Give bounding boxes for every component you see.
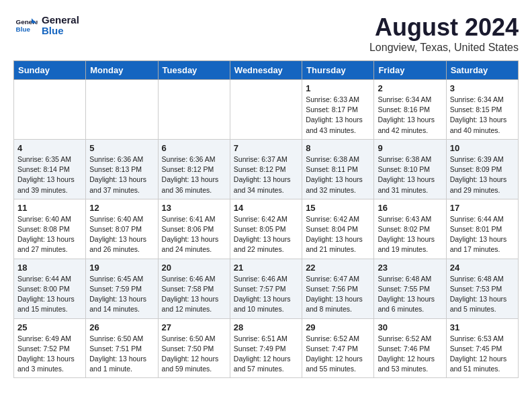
day-number: 5	[89, 143, 154, 153]
day-number: 16	[378, 203, 442, 213]
week-row-1: 1Sunrise: 6:33 AM Sunset: 8:17 PM Daylig…	[14, 80, 519, 140]
day-info: Sunrise: 6:52 AM Sunset: 7:46 PM Dayligh…	[378, 334, 435, 373]
day-cell: 1Sunrise: 6:33 AM Sunset: 8:17 PM Daylig…	[302, 80, 374, 140]
day-number: 19	[89, 263, 154, 273]
day-number: 20	[162, 263, 226, 273]
day-number: 11	[17, 203, 82, 213]
day-cell: 2Sunrise: 6:34 AM Sunset: 8:16 PM Daylig…	[374, 80, 446, 140]
day-number: 29	[306, 322, 370, 332]
day-number: 24	[450, 263, 515, 273]
day-cell: 6Sunrise: 6:36 AM Sunset: 8:12 PM Daylig…	[158, 139, 230, 199]
day-cell: 4Sunrise: 6:35 AM Sunset: 8:14 PM Daylig…	[14, 139, 86, 199]
day-info: Sunrise: 6:48 AM Sunset: 7:53 PM Dayligh…	[450, 275, 507, 314]
page-header: General Blue General Blue August 2024 Lo…	[13, 13, 519, 54]
logo-icon: General Blue	[13, 13, 38, 38]
day-cell: 14Sunrise: 6:42 AM Sunset: 8:05 PM Dayli…	[230, 199, 302, 259]
day-cell: 10Sunrise: 6:39 AM Sunset: 8:09 PM Dayli…	[446, 139, 518, 199]
day-info: Sunrise: 6:41 AM Sunset: 8:06 PM Dayligh…	[162, 215, 219, 254]
day-number: 6	[162, 143, 226, 153]
day-cell	[230, 80, 302, 140]
day-number: 2	[378, 83, 442, 93]
day-cell: 5Sunrise: 6:36 AM Sunset: 8:13 PM Daylig…	[86, 139, 158, 199]
day-cell: 18Sunrise: 6:44 AM Sunset: 8:00 PM Dayli…	[14, 259, 86, 318]
day-info: Sunrise: 6:42 AM Sunset: 8:04 PM Dayligh…	[306, 215, 363, 254]
week-row-2: 4Sunrise: 6:35 AM Sunset: 8:14 PM Daylig…	[14, 139, 519, 199]
day-info: Sunrise: 6:46 AM Sunset: 7:57 PM Dayligh…	[234, 275, 291, 314]
subtitle: Longview, Texas, United States	[369, 42, 519, 54]
day-cell: 9Sunrise: 6:38 AM Sunset: 8:10 PM Daylig…	[374, 139, 446, 199]
day-info: Sunrise: 6:34 AM Sunset: 8:16 PM Dayligh…	[378, 95, 435, 134]
day-number: 26	[89, 322, 154, 332]
day-info: Sunrise: 6:37 AM Sunset: 8:12 PM Dayligh…	[234, 155, 291, 194]
day-cell: 28Sunrise: 6:51 AM Sunset: 7:49 PM Dayli…	[230, 318, 302, 378]
day-number: 18	[17, 263, 82, 273]
day-cell: 8Sunrise: 6:38 AM Sunset: 8:11 PM Daylig…	[302, 139, 374, 199]
day-cell: 3Sunrise: 6:34 AM Sunset: 8:15 PM Daylig…	[446, 80, 518, 140]
day-cell: 17Sunrise: 6:44 AM Sunset: 8:01 PM Dayli…	[446, 199, 518, 259]
day-number: 10	[450, 143, 515, 153]
day-number: 4	[17, 143, 82, 153]
header-wednesday: Wednesday	[230, 61, 302, 80]
day-info: Sunrise: 6:53 AM Sunset: 7:45 PM Dayligh…	[450, 334, 507, 373]
day-cell: 31Sunrise: 6:53 AM Sunset: 7:45 PM Dayli…	[446, 318, 518, 378]
day-cell	[14, 80, 86, 140]
day-cell: 21Sunrise: 6:46 AM Sunset: 7:57 PM Dayli…	[230, 259, 302, 318]
day-info: Sunrise: 6:40 AM Sunset: 8:07 PM Dayligh…	[89, 215, 146, 254]
day-info: Sunrise: 6:42 AM Sunset: 8:05 PM Dayligh…	[234, 215, 291, 254]
day-info: Sunrise: 6:35 AM Sunset: 8:14 PM Dayligh…	[17, 155, 75, 194]
day-info: Sunrise: 6:46 AM Sunset: 7:58 PM Dayligh…	[162, 275, 219, 314]
day-info: Sunrise: 6:36 AM Sunset: 8:13 PM Dayligh…	[89, 155, 146, 194]
header-saturday: Saturday	[446, 61, 518, 80]
day-info: Sunrise: 6:50 AM Sunset: 7:51 PM Dayligh…	[89, 334, 146, 373]
day-number: 1	[306, 83, 370, 93]
week-row-3: 11Sunrise: 6:40 AM Sunset: 8:08 PM Dayli…	[14, 199, 519, 259]
calendar-table: SundayMondayTuesdayWednesdayThursdayFrid…	[13, 60, 519, 378]
day-cell: 19Sunrise: 6:45 AM Sunset: 7:59 PM Dayli…	[86, 259, 158, 318]
day-info: Sunrise: 6:47 AM Sunset: 7:56 PM Dayligh…	[306, 275, 363, 314]
header-friday: Friday	[374, 61, 446, 80]
main-title: August 2024	[369, 13, 519, 42]
header-monday: Monday	[86, 61, 158, 80]
days-header-row: SundayMondayTuesdayWednesdayThursdayFrid…	[14, 61, 519, 80]
day-cell: 22Sunrise: 6:47 AM Sunset: 7:56 PM Dayli…	[302, 259, 374, 318]
day-info: Sunrise: 6:44 AM Sunset: 8:01 PM Dayligh…	[450, 215, 507, 254]
day-cell: 16Sunrise: 6:43 AM Sunset: 8:02 PM Dayli…	[374, 199, 446, 259]
day-info: Sunrise: 6:39 AM Sunset: 8:09 PM Dayligh…	[450, 155, 507, 194]
day-cell: 25Sunrise: 6:49 AM Sunset: 7:52 PM Dayli…	[14, 318, 86, 378]
header-sunday: Sunday	[14, 61, 86, 80]
day-number: 28	[234, 322, 298, 332]
logo: General Blue General Blue	[13, 13, 79, 38]
day-info: Sunrise: 6:34 AM Sunset: 8:15 PM Dayligh…	[450, 95, 507, 134]
day-number: 15	[306, 203, 370, 213]
logo-line2: Blue	[42, 26, 79, 37]
day-cell: 11Sunrise: 6:40 AM Sunset: 8:08 PM Dayli…	[14, 199, 86, 259]
day-info: Sunrise: 6:49 AM Sunset: 7:52 PM Dayligh…	[17, 334, 75, 373]
day-cell: 23Sunrise: 6:48 AM Sunset: 7:55 PM Dayli…	[374, 259, 446, 318]
day-number: 31	[450, 322, 515, 332]
day-cell	[86, 80, 158, 140]
header-thursday: Thursday	[302, 61, 374, 80]
day-number: 22	[306, 263, 370, 273]
day-info: Sunrise: 6:38 AM Sunset: 8:10 PM Dayligh…	[378, 155, 435, 194]
day-number: 23	[378, 263, 442, 273]
day-info: Sunrise: 6:48 AM Sunset: 7:55 PM Dayligh…	[378, 275, 435, 314]
day-cell: 29Sunrise: 6:52 AM Sunset: 7:47 PM Dayli…	[302, 318, 374, 378]
day-cell: 27Sunrise: 6:50 AM Sunset: 7:50 PM Dayli…	[158, 318, 230, 378]
day-number: 21	[234, 263, 298, 273]
week-row-4: 18Sunrise: 6:44 AM Sunset: 8:00 PM Dayli…	[14, 259, 519, 318]
day-info: Sunrise: 6:40 AM Sunset: 8:08 PM Dayligh…	[17, 215, 75, 254]
day-number: 12	[89, 203, 154, 213]
svg-text:Blue: Blue	[16, 26, 31, 33]
day-info: Sunrise: 6:44 AM Sunset: 8:00 PM Dayligh…	[17, 275, 75, 314]
day-cell: 30Sunrise: 6:52 AM Sunset: 7:46 PM Dayli…	[374, 318, 446, 378]
logo-line1: General	[42, 15, 79, 26]
day-info: Sunrise: 6:50 AM Sunset: 7:50 PM Dayligh…	[162, 334, 219, 373]
day-info: Sunrise: 6:52 AM Sunset: 7:47 PM Dayligh…	[306, 334, 363, 373]
day-number: 14	[234, 203, 298, 213]
day-info: Sunrise: 6:33 AM Sunset: 8:17 PM Dayligh…	[306, 95, 363, 134]
day-number: 30	[378, 322, 442, 332]
day-cell: 7Sunrise: 6:37 AM Sunset: 8:12 PM Daylig…	[230, 139, 302, 199]
day-number: 7	[234, 143, 298, 153]
day-cell: 15Sunrise: 6:42 AM Sunset: 8:04 PM Dayli…	[302, 199, 374, 259]
week-row-5: 25Sunrise: 6:49 AM Sunset: 7:52 PM Dayli…	[14, 318, 519, 378]
